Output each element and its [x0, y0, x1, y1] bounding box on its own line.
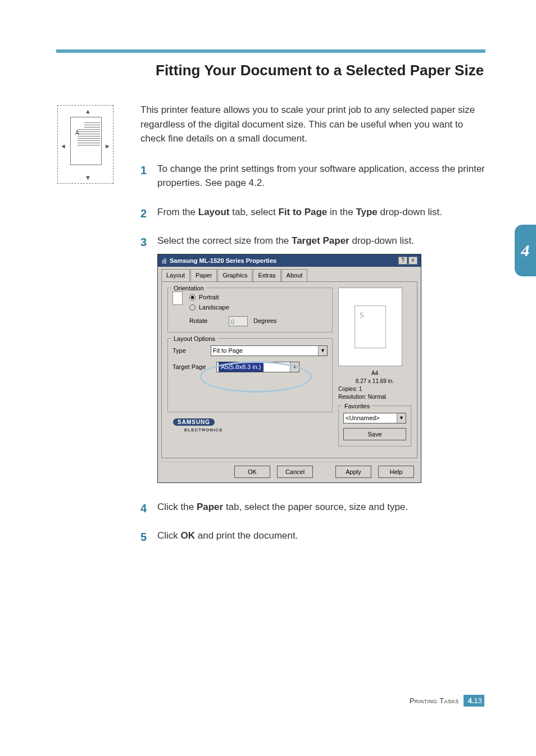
page-title: Fitting Your Document to a Selected Pape… [156, 61, 485, 80]
chevron-down-icon[interactable]: ▼ [290, 362, 299, 372]
group-label: Layout Options [171, 334, 217, 344]
preview-info: A4 8.27 x 11.69 in. Copies: 1 Resolution… [338, 370, 411, 401]
step-text: Click the Paper tab, select the paper so… [157, 502, 408, 512]
step-number: 5 [140, 529, 147, 545]
preview-size-dim: 8.27 x 11.69 in. [338, 377, 411, 385]
samsung-badge: SAMSUNG [173, 418, 215, 426]
arrow-down-icon: ▼ [85, 174, 91, 181]
help-button[interactable]: Help [378, 466, 414, 478]
save-button[interactable]: Save [343, 428, 406, 440]
step-text: Click OK and print the document. [157, 530, 298, 541]
preview-letter: S [360, 309, 364, 321]
layout-options-group: Layout Options Type Fit to Page ▼ [167, 338, 333, 412]
intro-paragraph: This printer feature allows you to scale… [140, 103, 485, 146]
tab-layout[interactable]: Layout [161, 269, 190, 281]
dialog-title: Samsung ML-1520 Series Properties [170, 256, 397, 266]
tab-paper[interactable]: Paper [190, 269, 217, 281]
step-number: 2 [140, 205, 147, 222]
printer-icon: 🖨 [161, 256, 167, 266]
step-text: To change the print settings from your s… [157, 163, 485, 189]
rotate-spinner[interactable]: 0 [229, 316, 248, 326]
chevron-down-icon[interactable]: ▼ [318, 346, 327, 356]
tab-extras[interactable]: Extras [253, 269, 280, 281]
type-label: Type [172, 346, 211, 356]
tab-strip: Layout Paper Graphics Extras About [158, 267, 421, 281]
step-number: 1 [140, 162, 147, 179]
orientation-group: Orientation Portrait Landscape [167, 288, 333, 333]
header-rule [56, 49, 485, 53]
portrait-label: Portrait [199, 293, 219, 302]
arrow-up-icon: ▲ [85, 108, 91, 115]
tab-about[interactable]: About [281, 269, 308, 281]
fit-to-page-illustration: ▲ ▼ ◄ ► A [57, 105, 113, 184]
type-value: Fit to Page [213, 346, 243, 356]
chevron-down-icon[interactable]: ▼ [397, 413, 406, 423]
arrow-left-icon: ◄ [60, 143, 66, 149]
step-4: 4 Click the Paper tab, select the paper … [140, 500, 485, 514]
favorites-dropdown[interactable]: <Unnamed> ▼ [343, 413, 406, 423]
step-5: 5 Click OK and print the document. [140, 529, 485, 543]
step-3: 3 Select the correct size from the Targe… [140, 234, 485, 483]
ok-button[interactable]: OK [234, 466, 270, 478]
footer-label: Printing Tasks [410, 696, 459, 705]
chapter-tab: 4 [515, 225, 536, 276]
close-button[interactable]: × [408, 257, 417, 265]
landscape-label: Landscape [199, 303, 229, 312]
apply-button[interactable]: Apply [335, 466, 371, 478]
step-text: From the Layout tab, select Fit to Page … [157, 207, 442, 217]
arrow-right-icon: ► [105, 143, 111, 149]
landscape-radio[interactable] [189, 304, 196, 311]
preview-size-name: A4 [338, 370, 411, 377]
target-page-dropdown[interactable]: A5(5.8x8.3 in.) ▼ [216, 362, 299, 372]
degrees-label: Degrees [253, 316, 277, 326]
target-page-label: Target Page [172, 362, 216, 372]
step-2: 2 From the Layout tab, select Fit to Pag… [140, 205, 485, 220]
step-1: 1 To change the print settings from your… [140, 162, 485, 190]
type-dropdown[interactable]: Fit to Page ▼ [211, 345, 328, 356]
orientation-icon [172, 292, 183, 305]
brand-logo: SAMSUNG ELECTRONICS [167, 418, 333, 438]
footer-page-box: 4.13 [464, 695, 484, 707]
step-number: 3 [140, 234, 147, 251]
rotate-label: Rotate [189, 316, 223, 326]
dialog-titlebar: 🖨 Samsung ML-1520 Series Properties ? × [158, 254, 421, 267]
step-text: Select the correct size from the Target … [157, 235, 414, 246]
electronics-label: ELECTRONICS [184, 427, 222, 432]
page-preview: S [338, 288, 402, 366]
preview-resolution: Resolution: Normal [338, 393, 411, 401]
properties-dialog-screenshot: 🖨 Samsung ML-1520 Series Properties ? × … [157, 254, 421, 483]
target-page-value: A5(5.8x8.3 in.) [219, 362, 264, 372]
group-label: Favorites [342, 402, 372, 411]
dialog-button-row: OK Cancel Apply Help [158, 462, 421, 482]
help-button[interactable]: ? [398, 257, 407, 265]
favorites-value: <Unnamed> [346, 413, 380, 423]
illustration-letter: A [75, 130, 79, 136]
tab-graphics[interactable]: Graphics [217, 269, 252, 281]
cancel-button[interactable]: Cancel [277, 466, 313, 478]
portrait-radio[interactable] [189, 294, 196, 300]
page-footer: Printing Tasks 4.13 [410, 695, 484, 707]
step-number: 4 [140, 500, 147, 517]
favorites-group: Favorites <Unnamed> ▼ Save [338, 406, 411, 447]
preview-copies: Copies: 1 [338, 385, 411, 393]
